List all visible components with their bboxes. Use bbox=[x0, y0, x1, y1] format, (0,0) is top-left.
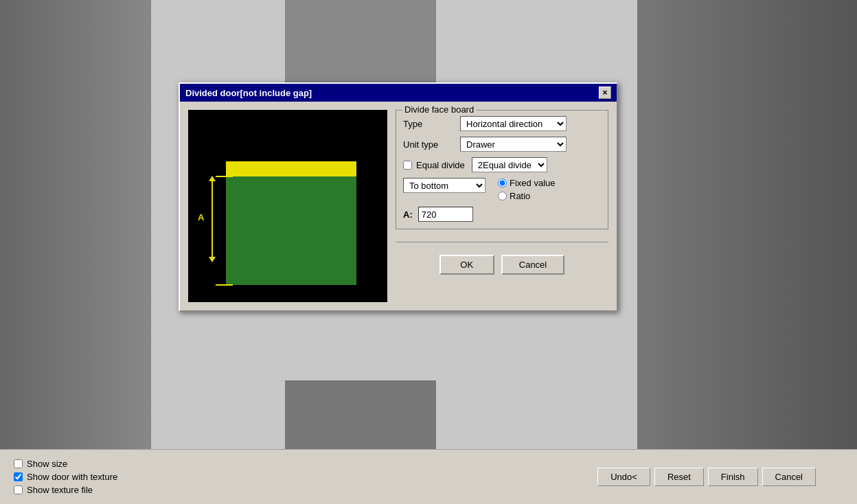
show-size-label: Show size bbox=[27, 459, 67, 469]
show-size-checkbox[interactable] bbox=[14, 459, 23, 468]
radio-fixed-label: Fixed value bbox=[510, 178, 555, 188]
bg-right-panel bbox=[637, 0, 857, 504]
show-door-texture-item: Show door with texture bbox=[14, 472, 117, 482]
equal-divide-row: Equal divide 2Equal divide 3Equal divide… bbox=[403, 157, 601, 172]
arrow-up-icon bbox=[209, 176, 216, 181]
cancel-button[interactable]: Cancel bbox=[501, 255, 564, 275]
type-label: Type bbox=[403, 119, 455, 129]
equal-divide-label: Equal divide bbox=[416, 160, 465, 170]
arrow-label: A bbox=[198, 212, 204, 222]
equal-divide-select[interactable]: 2Equal divide 3Equal divide 4Equal divid… bbox=[472, 157, 547, 172]
preview-door-green bbox=[226, 161, 356, 285]
position-radio-row: To bottom To top Custom Fixed value Rati… bbox=[403, 178, 601, 201]
cancel-bottom-button[interactable]: Cancel bbox=[762, 468, 816, 486]
bottom-bar: Show size Show door with texture Show te… bbox=[0, 449, 857, 504]
show-texture-file-label: Show texture file bbox=[27, 485, 93, 495]
equal-divide-checkbox[interactable] bbox=[403, 161, 412, 170]
dialog-buttons: OK Cancel bbox=[396, 248, 608, 280]
horiz-line-bottom bbox=[216, 284, 233, 286]
ok-button[interactable]: OK bbox=[439, 255, 494, 275]
dialog-divided-door: Divided door[not include gap] × A Divide… bbox=[179, 82, 618, 312]
unit-type-row: Unit type Drawer Door None bbox=[403, 137, 601, 152]
arrow-down-icon bbox=[209, 257, 216, 262]
show-door-texture-checkbox[interactable] bbox=[14, 472, 23, 481]
show-texture-file-checkbox[interactable] bbox=[14, 485, 23, 494]
type-select[interactable]: Horizontal direction Vertical direction bbox=[460, 116, 567, 131]
dimension-arrow: A bbox=[209, 176, 216, 262]
divide-face-board-group: Divide face board Type Horizontal direct… bbox=[396, 110, 608, 229]
radio-fixed-value: Fixed value bbox=[498, 178, 555, 188]
radio-ratio: Ratio bbox=[498, 191, 555, 201]
position-select[interactable]: To bottom To top Custom bbox=[403, 178, 485, 193]
unit-type-label: Unit type bbox=[403, 139, 455, 150]
value-a-label: A: bbox=[403, 209, 413, 220]
undo-button[interactable]: Undo< bbox=[597, 468, 650, 486]
groupbox-legend: Divide face board bbox=[402, 104, 477, 115]
bg-left-panel bbox=[0, 0, 151, 504]
unit-type-select[interactable]: Drawer Door None bbox=[460, 137, 567, 152]
reset-button[interactable]: Reset bbox=[654, 468, 704, 486]
finish-button[interactable]: Finish bbox=[708, 468, 758, 486]
dialog-body: A Divide face board Type Horizontal dire… bbox=[180, 102, 617, 310]
show-size-item: Show size bbox=[14, 459, 117, 469]
radio-fixed-value-input[interactable] bbox=[498, 179, 507, 187]
preview-door-yellow bbox=[226, 161, 356, 176]
arrow-line: A bbox=[212, 181, 213, 257]
bottom-buttons: Undo< Reset Finish Cancel bbox=[597, 468, 816, 486]
dialog-title: Divided door[not include gap] bbox=[185, 88, 312, 98]
close-button[interactable]: × bbox=[599, 87, 611, 99]
dialog-titlebar: Divided door[not include gap] × bbox=[180, 84, 617, 102]
value-row: A: bbox=[403, 207, 601, 222]
radio-ratio-input[interactable] bbox=[498, 192, 507, 201]
bottom-checkboxes: Show size Show door with texture Show te… bbox=[14, 459, 117, 495]
show-door-texture-label: Show door with texture bbox=[27, 472, 117, 482]
preview-canvas: A bbox=[188, 110, 387, 302]
separator bbox=[396, 242, 608, 242]
horiz-line-top bbox=[216, 176, 233, 177]
show-texture-file-item: Show texture file bbox=[14, 485, 117, 495]
radio-group: Fixed value Ratio bbox=[498, 178, 555, 201]
value-input[interactable] bbox=[418, 207, 473, 222]
type-row: Type Horizontal direction Vertical direc… bbox=[403, 116, 601, 131]
right-panel: Divide face board Type Horizontal direct… bbox=[396, 110, 608, 302]
radio-ratio-label: Ratio bbox=[510, 191, 530, 201]
